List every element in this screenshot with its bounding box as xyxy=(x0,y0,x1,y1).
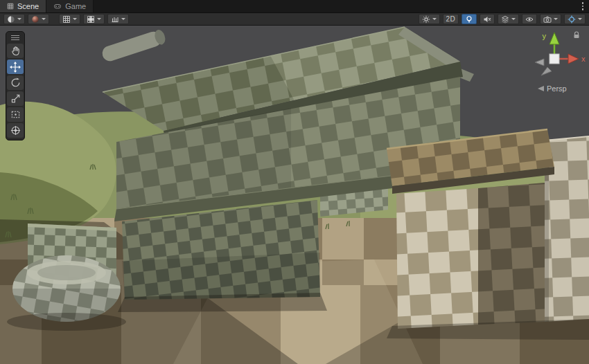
move-tool-button[interactable] xyxy=(7,60,24,74)
scene-toolbar: 2D xyxy=(0,12,589,26)
speaker-mute-icon xyxy=(483,15,491,24)
tab-game-label: Game xyxy=(65,2,86,10)
lock-icon xyxy=(572,31,581,39)
scene-lighting-toggle[interactable] xyxy=(461,14,477,24)
persp-cone-icon xyxy=(538,86,544,91)
gizmo-center-cube[interactable] xyxy=(550,54,559,64)
eye-icon xyxy=(525,15,534,24)
2d-toggle-label: 2D xyxy=(446,16,455,23)
overlay-handle-icon[interactable] xyxy=(11,34,19,42)
draw-mode-dropdown[interactable] xyxy=(3,14,25,24)
hand-tool-button[interactable] xyxy=(7,44,24,58)
tab-scene[interactable]: Scene xyxy=(0,0,46,12)
tab-scene-label: Scene xyxy=(17,2,39,10)
kebab-menu-icon[interactable] xyxy=(577,0,589,12)
rect-tool-button[interactable] xyxy=(7,107,24,122)
2d-toggle[interactable]: 2D xyxy=(443,14,459,24)
dropdown-caret-icon xyxy=(578,18,582,20)
scale-tool-icon xyxy=(10,93,21,104)
dropdown-caret-icon xyxy=(42,18,46,20)
scene-3d-render xyxy=(0,26,589,364)
shaded-mode-icon xyxy=(7,15,15,24)
snap-increment-dropdown[interactable] xyxy=(107,14,129,24)
tabbar-spacer xyxy=(94,0,577,12)
dome-well[interactable] xyxy=(12,255,121,322)
game-tab-icon xyxy=(53,3,62,10)
move-tool-icon xyxy=(10,62,21,73)
dropdown-caret-icon xyxy=(432,18,437,20)
snap-increment-icon xyxy=(111,15,119,24)
snap-grid-dropdown[interactable] xyxy=(83,14,105,24)
right-building[interactable] xyxy=(387,129,589,329)
gizmo-y-axis-cone[interactable] xyxy=(550,33,559,44)
sphere-icon xyxy=(31,15,39,24)
rect-tool-icon xyxy=(10,109,21,120)
tab-bar: Scene Game xyxy=(0,0,589,12)
grid-snap-icon xyxy=(87,15,95,24)
dropdown-caret-icon xyxy=(73,18,77,20)
gizmo-lock-button[interactable] xyxy=(572,30,581,42)
gizmos-dropdown[interactable] xyxy=(564,14,586,24)
gizmo-crosshair-icon xyxy=(568,15,576,24)
rotate-tool-icon xyxy=(10,78,21,88)
gizmo-z-cone[interactable] xyxy=(541,67,552,75)
camera-settings-dropdown[interactable] xyxy=(540,14,561,24)
audio-toggle[interactable] xyxy=(480,14,495,24)
gizmo-x-label: x xyxy=(581,55,586,63)
effects-icon xyxy=(501,15,509,24)
gizmo-y-label: y xyxy=(543,32,547,40)
unity-scene-view-window: Scene Game xyxy=(0,0,589,364)
dropdown-caret-icon xyxy=(511,18,516,20)
dropdown-caret-icon xyxy=(97,18,101,20)
debug-view-dropdown[interactable] xyxy=(28,14,49,24)
gizmo-x-axis-cone[interactable] xyxy=(568,54,579,64)
dropdown-caret-icon xyxy=(554,18,558,20)
projection-toggle[interactable]: Persp xyxy=(538,84,567,93)
tab-game[interactable]: Game xyxy=(46,0,94,12)
transform-tool-button[interactable] xyxy=(7,123,24,138)
lighting-workflow-dropdown[interactable] xyxy=(419,14,440,24)
dropdown-caret-icon xyxy=(17,18,21,20)
sun-icon xyxy=(422,15,430,24)
scene-viewport[interactable]: y x Persp xyxy=(0,26,589,364)
gizmo-neg-x-cone[interactable] xyxy=(535,59,544,66)
tools-overlay xyxy=(6,31,25,140)
scene-tab-icon xyxy=(7,3,14,10)
rotate-tool-button[interactable] xyxy=(7,75,24,90)
camera-icon xyxy=(543,15,552,24)
bulb-icon xyxy=(465,15,473,24)
grid-visibility-dropdown[interactable] xyxy=(59,14,80,24)
hand-tool-icon xyxy=(10,46,21,56)
grid-icon xyxy=(62,15,71,24)
transform-tool-icon xyxy=(10,125,21,136)
dropdown-caret-icon xyxy=(121,18,125,20)
projection-label: Persp xyxy=(547,84,567,93)
effects-dropdown[interactable] xyxy=(498,14,519,24)
scale-tool-button[interactable] xyxy=(7,91,24,106)
scene-visibility-toggle[interactable] xyxy=(522,14,537,24)
